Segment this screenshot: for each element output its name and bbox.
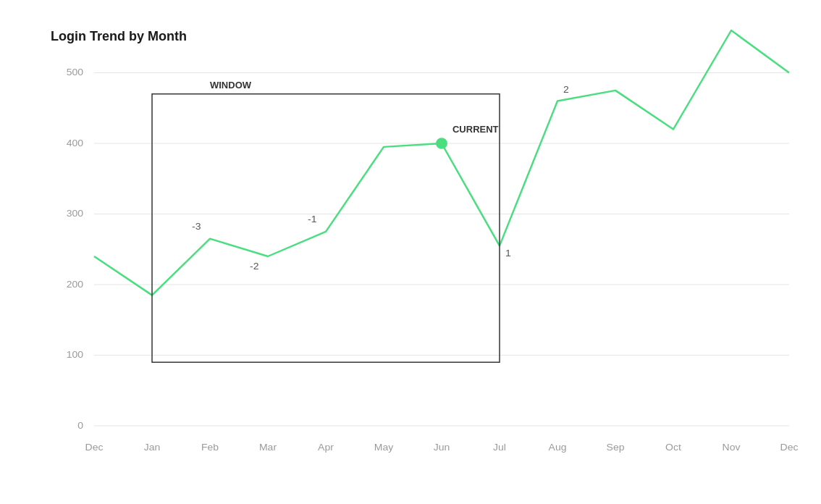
chart-area: 0 100 200 300 400 500 Dec Jan Feb Mar Ap…	[51, 59, 799, 454]
label-aug: 2	[563, 83, 569, 95]
current-dot	[437, 138, 447, 148]
chart-container: Login Trend by Month 0 100 200 300 400 5…	[0, 0, 821, 504]
svg-text:Dec: Dec	[85, 441, 104, 453]
svg-text:Jan: Jan	[144, 441, 161, 453]
svg-text:Jul: Jul	[493, 441, 506, 453]
svg-text:Sep: Sep	[607, 441, 625, 453]
svg-text:500: 500	[67, 67, 84, 78]
window-box	[152, 94, 500, 363]
label-apr: -1	[308, 213, 316, 224]
svg-text:Mar: Mar	[259, 441, 277, 453]
svg-text:400: 400	[67, 137, 84, 148]
label-feb: -3	[192, 220, 201, 232]
chart-line	[94, 30, 789, 295]
svg-text:Jun: Jun	[434, 441, 450, 453]
svg-text:Feb: Feb	[201, 441, 219, 453]
svg-text:Apr: Apr	[318, 441, 334, 453]
window-label: WINDOW	[210, 80, 252, 91]
svg-text:May: May	[374, 441, 394, 453]
svg-text:200: 200	[67, 278, 84, 290]
line-chart: 0 100 200 300 400 500 Dec Jan Feb Mar Ap…	[51, 59, 799, 454]
chart-title: Login Trend by Month	[51, 29, 799, 44]
label-jul: 1	[505, 247, 511, 259]
label-mar: -2	[250, 260, 258, 272]
svg-text:0: 0	[77, 419, 83, 431]
svg-text:300: 300	[67, 208, 84, 219]
svg-text:Oct: Oct	[665, 441, 681, 453]
svg-text:100: 100	[67, 349, 84, 361]
svg-text:Aug: Aug	[549, 441, 567, 453]
svg-text:Dec: Dec	[780, 441, 799, 453]
current-label: CURRENT	[452, 125, 499, 135]
svg-text:Nov: Nov	[723, 441, 741, 453]
